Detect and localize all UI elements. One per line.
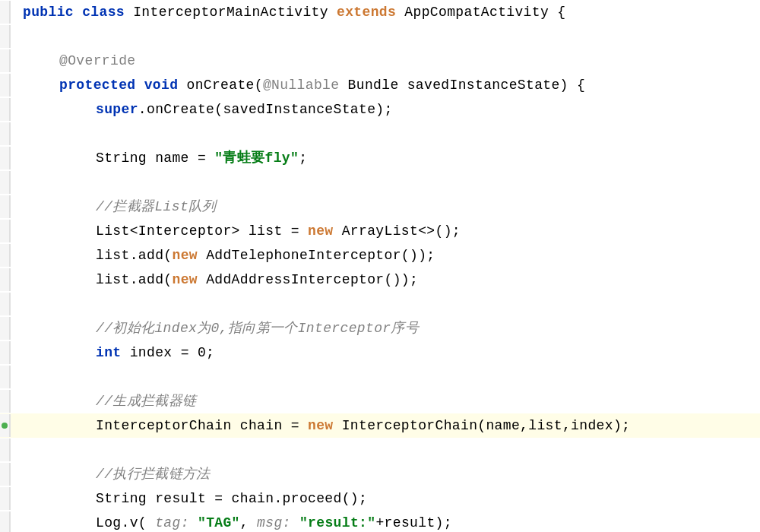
code-line-22: Log.v( tag: "TAG", msg: "result:"+result… — [0, 511, 760, 532]
gutter-22 — [0, 511, 11, 532]
code-line-18: InterceptorChain chain = new Interceptor… — [0, 413, 760, 438]
code-line-10: List<Interceptor> list = new ArrayList<>… — [0, 219, 760, 243]
code-line-1: public class InterceptorMainActivity ext… — [0, 0, 760, 24]
gutter-20 — [0, 463, 11, 486]
code-line-12: list.add(new AddAddressInterceptor()); — [0, 268, 760, 292]
code-line-4: protected void onCreate(@Nullable Bundle… — [0, 73, 760, 97]
code-line-3: @Override — [0, 49, 760, 73]
line-10-text: List<Interceptor> list = new ArrayList<>… — [11, 220, 461, 242]
line-21-text: String result = chain.proceed(); — [11, 487, 367, 510]
code-line-17: //生成拦截器链 — [0, 389, 760, 413]
line-17-text: //生成拦截器链 — [11, 390, 196, 413]
code-line-20: //执行拦截链方法 — [0, 462, 760, 486]
line-7-text: String name = "青蛙要fly"; — [11, 147, 307, 169]
gutter-12 — [0, 268, 11, 291]
line-13-text — [11, 293, 31, 315]
gutter-11 — [0, 244, 11, 267]
line-19-text — [11, 439, 31, 461]
code-editor: public class InterceptorMainActivity ext… — [0, 0, 760, 532]
gutter-7 — [0, 147, 11, 169]
gutter-5 — [0, 98, 11, 121]
code-line-7: String name = "青蛙要fly"; — [0, 146, 760, 170]
code-line-16 — [0, 365, 760, 389]
gutter-dot-18 — [2, 423, 8, 429]
gutter-21 — [0, 487, 11, 510]
line-18-text: InterceptorChain chain = new Interceptor… — [11, 414, 630, 437]
code-line-15: int index = 0; — [0, 340, 760, 365]
line-16-text — [11, 366, 31, 388]
line-22-text: Log.v( tag: "TAG", msg: "result:"+result… — [11, 511, 452, 532]
code-line-9: //拦截器List队列 — [0, 195, 760, 219]
gutter-6 — [0, 122, 11, 145]
line-12-text: list.add(new AddAddressInterceptor()); — [11, 268, 418, 291]
gutter-14 — [0, 317, 11, 340]
gutter-18 — [0, 414, 11, 437]
gutter-3 — [0, 49, 11, 72]
gutter-15 — [0, 341, 11, 364]
line-1-text: public class InterceptorMainActivity ext… — [11, 1, 565, 24]
line-3-text: @Override — [11, 49, 135, 72]
gutter-2 — [0, 25, 11, 48]
gutter-16 — [0, 366, 11, 388]
gutter-13 — [0, 293, 11, 315]
line-11-text: list.add(new AddTelephoneInterceptor()); — [11, 244, 435, 267]
gutter-1 — [0, 1, 11, 24]
code-line-19 — [0, 438, 760, 462]
line-4-text: protected void onCreate(@Nullable Bundle… — [11, 74, 585, 97]
line-6-text — [11, 122, 31, 145]
code-line-13 — [0, 292, 760, 316]
code-line-11: list.add(new AddTelephoneInterceptor()); — [0, 243, 760, 268]
gutter-19 — [0, 439, 11, 461]
gutter-4 — [0, 74, 11, 97]
line-5-text: super.onCreate(savedInstanceState); — [11, 98, 393, 121]
line-20-text: //执行拦截链方法 — [11, 463, 211, 486]
line-9-text: //拦截器List队列 — [11, 195, 217, 218]
line-14-text: //初始化index为0,指向第一个Interceptor序号 — [11, 317, 419, 340]
line-15-text: int index = 0; — [11, 341, 214, 364]
code-line-5: super.onCreate(savedInstanceState); — [0, 97, 760, 122]
gutter-8 — [0, 171, 11, 194]
line-8-text — [11, 171, 31, 194]
gutter-17 — [0, 390, 11, 413]
code-line-2 — [0, 24, 760, 49]
code-line-6 — [0, 122, 760, 146]
code-line-8 — [0, 170, 760, 195]
code-line-21: String result = chain.proceed(); — [0, 486, 760, 511]
gutter-10 — [0, 220, 11, 242]
code-line-14: //初始化index为0,指向第一个Interceptor序号 — [0, 316, 760, 340]
gutter-9 — [0, 195, 11, 218]
line-2-text — [11, 25, 31, 48]
